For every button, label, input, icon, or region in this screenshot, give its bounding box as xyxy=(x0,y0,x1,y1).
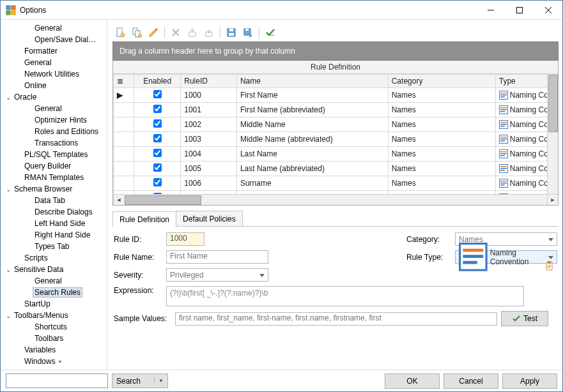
close-button[interactable] xyxy=(534,1,562,19)
tree-item[interactable]: Search Rules xyxy=(1,287,107,298)
edit-pencil-icon[interactable] xyxy=(146,26,161,40)
tree-item[interactable]: Data Tab xyxy=(1,195,107,206)
grid-horizontal-scrollbar[interactable]: ◄► xyxy=(113,194,558,205)
apply-button[interactable]: Apply xyxy=(502,373,557,389)
import-icon[interactable] xyxy=(201,26,217,40)
svg-rect-40 xyxy=(500,137,507,138)
svg-rect-53 xyxy=(500,183,507,184)
validate-check-icon[interactable] xyxy=(263,26,278,40)
col-ruleid[interactable]: RuleID xyxy=(181,75,237,88)
cancel-button[interactable]: Cancel xyxy=(443,373,498,389)
save-floppy-icon[interactable] xyxy=(224,26,239,40)
export-icon[interactable] xyxy=(185,26,200,40)
maximize-button[interactable] xyxy=(505,1,534,19)
col-category[interactable]: Category xyxy=(388,75,495,88)
cell-ruleid: 1007 xyxy=(181,191,237,195)
cell-enabled[interactable] xyxy=(134,162,181,176)
tree-item[interactable]: Describe Dialogs xyxy=(1,206,107,218)
tree-item[interactable]: ⌄Sensitive Data xyxy=(1,264,107,275)
copy-page-icon[interactable] xyxy=(129,26,144,40)
tree-item[interactable]: Formatter xyxy=(1,45,107,57)
svg-rect-55 xyxy=(499,194,507,195)
tree-item[interactable]: Shortcuts xyxy=(1,321,107,333)
svg-rect-45 xyxy=(500,153,507,155)
cell-enabled[interactable] xyxy=(134,176,181,191)
test-button[interactable]: Test xyxy=(501,311,548,326)
cell-enabled[interactable] xyxy=(134,132,181,147)
rulename-field[interactable]: First Name xyxy=(166,250,268,264)
tree-item[interactable]: Toolbars xyxy=(1,333,107,344)
options-tree[interactable]: GeneralOpen/Save Dial…FormatterGeneralNe… xyxy=(1,20,107,370)
cell-ruleid: 1001 xyxy=(181,103,237,117)
grid-vertical-scrollbar[interactable] xyxy=(547,74,558,194)
tree-item[interactable]: General xyxy=(1,103,107,114)
severity-select[interactable]: Privileged xyxy=(166,268,268,282)
col-indicator[interactable]: ≣ xyxy=(114,75,134,88)
table-row[interactable]: 1001First Name (abbreviated)NamesNaming … xyxy=(114,103,559,117)
rules-grid[interactable]: Rule Definition ≣ Enabled RuleID Name Ca… xyxy=(112,61,559,206)
save-run-icon[interactable] xyxy=(240,26,256,40)
tree-item[interactable]: Left Hand Side xyxy=(1,218,107,229)
search-button[interactable]: Search▼ xyxy=(112,373,168,388)
cell-enabled[interactable] xyxy=(134,147,181,162)
tab-default-policies[interactable]: Default Policies xyxy=(176,211,243,226)
col-name[interactable]: Name xyxy=(236,75,388,88)
tree-item[interactable]: Right Hand Side xyxy=(1,229,107,241)
new-page-icon[interactable] xyxy=(112,26,128,40)
svg-rect-3 xyxy=(12,11,15,15)
ok-button[interactable]: OK xyxy=(385,373,440,389)
col-enabled[interactable]: Enabled xyxy=(134,75,181,88)
cell-category: Names xyxy=(388,191,495,195)
svg-rect-0 xyxy=(6,6,10,10)
tab-rule-definition[interactable]: Rule Definition xyxy=(112,211,176,227)
tree-item[interactable]: StartUp xyxy=(1,298,107,310)
ruletype-label: Rule Type: xyxy=(406,253,455,262)
copy-expression-icon[interactable] xyxy=(544,261,555,271)
table-row[interactable]: 1007Maiden NameNamesNaming ConventionPri… xyxy=(114,191,559,195)
search-input[interactable] xyxy=(6,373,108,388)
tree-item[interactable]: Network Utilities xyxy=(1,68,107,80)
rule-form: Rule ID: 1000 Category: Names Rule Name:… xyxy=(112,227,559,370)
table-row[interactable]: 1002Middle NameNamesNaming ConventionPri… xyxy=(114,117,559,132)
app-icon xyxy=(6,5,16,15)
table-row[interactable]: 1005Last Name (abbreviated)NamesNaming C… xyxy=(114,162,559,176)
tree-item[interactable]: RMAN Templates xyxy=(1,172,107,183)
cell-ruleid: 1006 xyxy=(181,176,237,191)
cell-enabled[interactable] xyxy=(134,88,181,103)
cell-enabled[interactable] xyxy=(134,191,181,195)
tree-item[interactable]: Transactions xyxy=(1,137,107,149)
cell-ruleid: 1002 xyxy=(181,117,237,132)
tree-item[interactable]: ⌄Oracle xyxy=(1,91,107,103)
tree-item[interactable]: ⌄Schema Browser xyxy=(1,183,107,195)
tree-item[interactable]: Open/Save Dial… xyxy=(1,34,107,45)
table-row[interactable]: 1006SurnameNamesNaming ConventionPrivile… xyxy=(114,176,559,191)
table-row[interactable]: 1004Last NameNamesNaming ConventionPrivi… xyxy=(114,147,559,162)
tree-item[interactable]: Scripts xyxy=(1,252,107,264)
tree-item[interactable]: PL/SQL Templates xyxy=(1,149,107,160)
sample-field[interactable]: first name, first_name, first-name, firs… xyxy=(175,312,497,326)
tree-item[interactable]: Query Builder xyxy=(1,160,107,172)
groupby-banner[interactable]: Drag a column header here to group by th… xyxy=(112,41,559,61)
row-indicator xyxy=(114,132,134,147)
delete-x-icon[interactable] xyxy=(168,26,183,40)
tree-item[interactable]: Optimizer Hints xyxy=(1,114,107,126)
tree-item[interactable]: Variables xyxy=(1,344,107,356)
cell-enabled[interactable] xyxy=(134,103,181,117)
table-row[interactable]: ▶1000First NameNamesNaming ConventionPri… xyxy=(114,88,559,103)
cell-enabled[interactable] xyxy=(134,117,181,132)
tree-item[interactable]: ⌄Toolbars/Menus xyxy=(1,310,107,321)
tree-item[interactable]: General xyxy=(1,275,107,287)
tree-item[interactable]: Windows▾ xyxy=(1,356,107,367)
tree-item[interactable]: General xyxy=(1,22,107,34)
chevron-down-icon[interactable]: ▼ xyxy=(154,378,164,384)
minimize-button[interactable] xyxy=(476,1,505,19)
cell-name: Maiden Name xyxy=(236,191,388,195)
tree-item[interactable]: Roles and Editions xyxy=(1,126,107,137)
tree-item[interactable]: Online xyxy=(1,80,107,91)
ruletype-select[interactable]: Naming Convention xyxy=(455,250,557,264)
tree-item[interactable]: Types Tab xyxy=(1,241,107,252)
expression-field[interactable]: (?i)\b(first[ _\-.]?(?:name)?)\b xyxy=(166,286,524,306)
svg-rect-46 xyxy=(500,155,505,156)
tree-item[interactable]: General xyxy=(1,57,107,68)
table-row[interactable]: 1003Middle Name (abbreviated)NamesNaming… xyxy=(114,132,559,147)
